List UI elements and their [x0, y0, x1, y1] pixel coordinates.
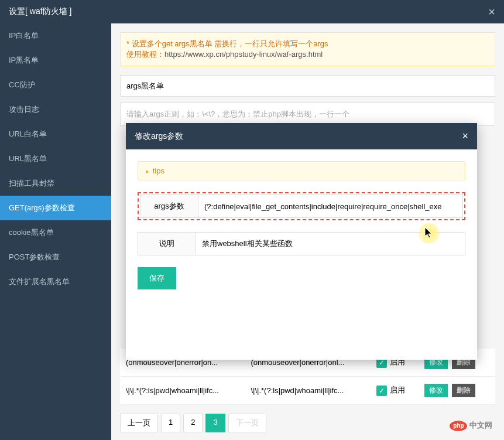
sidebar-item-url-whitelist[interactable]: URL白名单 [0, 122, 111, 146]
args-regex-textarea[interactable]: 请输入args正则，如：\<\?，意思为：禁止php脚本出现，一行一个 [120, 103, 495, 126]
form-input-desc[interactable] [196, 232, 465, 255]
window-close-icon[interactable]: × [488, 5, 495, 19]
next-page-button: 下一页 [228, 414, 266, 432]
args-name-input[interactable] [120, 75, 495, 97]
form-input-args[interactable] [198, 195, 463, 218]
sidebar-item-attack-log[interactable]: 攻击日志 [0, 97, 111, 122]
form-row-args: args参数 [138, 192, 465, 220]
input-group: 请输入args正则，如：\<\?，意思为：禁止php脚本出现，一行一个 [120, 75, 495, 126]
table-cell-status: ✓启用 [371, 377, 419, 405]
edit-button[interactable]: 修改 [424, 384, 448, 397]
sidebar-item-file-ext-blacklist[interactable]: 文件扩展名黑名单 [0, 270, 111, 294]
sidebar-item-ip-whitelist[interactable]: IP白名单 [0, 23, 111, 48]
sidebar-item-cc-protection[interactable]: CC防护 [0, 73, 111, 97]
sidebar: IP白名单 IP黑名单 CC防护 攻击日志 URL白名单 URL黑名单 扫描工具… [0, 23, 111, 440]
page-button-1[interactable]: 1 [161, 414, 180, 432]
save-button[interactable]: 保存 [138, 267, 176, 289]
php-logo-icon: php [450, 421, 467, 431]
sidebar-item-post-check[interactable]: POST参数检查 [0, 245, 111, 270]
form-label-args: args参数 [140, 195, 198, 218]
warning-line3: 使用教程：https://www.xp.cn/phpstudy-linux/wa… [126, 49, 489, 60]
page-button-2[interactable]: 2 [183, 414, 203, 432]
modal-header: 修改args参数 × [126, 123, 477, 149]
sidebar-item-ip-blacklist[interactable]: IP黑名单 [0, 48, 111, 73]
form-label-desc: 说明 [138, 232, 196, 255]
window-header: 设置[ waf防火墙 ] × [0, 0, 504, 23]
sidebar-item-get-args[interactable]: GET(args)参数检查 [0, 196, 111, 220]
form-row-desc: 说明 [138, 232, 465, 255]
status-check-icon: ✓ [376, 386, 387, 396]
tutorial-link[interactable]: https://www.xp.cn/phpstudy-linux/waf-arg… [164, 50, 323, 59]
sidebar-item-cookie-blacklist[interactable]: cookie黑名单 [0, 220, 111, 245]
tips-box: ● tips [138, 161, 465, 180]
page-button-3[interactable]: 3 [205, 414, 225, 432]
prev-page-button[interactable]: 上一页 [120, 414, 158, 432]
tips-dot-icon: ● [145, 168, 149, 175]
table-row: \|\|.*(?:ls|pwd|whoami|ll|ifc... \|\|.*(… [120, 377, 495, 405]
table-cell-actions: 修改 删除 [419, 377, 495, 405]
modal-title: 修改args参数 [135, 131, 183, 142]
sidebar-item-url-blacklist[interactable]: URL黑名单 [0, 146, 111, 171]
window-title: 设置[ waf防火墙 ] [9, 6, 71, 17]
warning-box: * 设置多个get args黑名单 需换行，一行只允许填写一个args 使用教程… [120, 32, 495, 66]
sidebar-item-scanner-ban[interactable]: 扫描工具封禁 [0, 171, 111, 196]
delete-button[interactable]: 删除 [452, 384, 475, 397]
footer-logo: php 中文网 [450, 420, 492, 431]
table-cell-regex: \|\|.*(?:ls|pwd|whoami|ll|ifc... [120, 377, 245, 405]
table-cell-desc: \|\|.*(?:ls|pwd|whoami|ll|ifc... [245, 377, 371, 405]
edit-args-modal: 修改args参数 × ● tips args参数 说明 保存 [126, 123, 477, 360]
modal-body: ● tips args参数 说明 保存 [126, 149, 477, 360]
pagination: 上一页 1 2 3 下一页 [120, 414, 495, 432]
warning-line2: * 设置多个get args黑名单 需换行，一行只允许填写一个args [126, 39, 489, 49]
modal-close-icon[interactable]: × [462, 130, 468, 142]
